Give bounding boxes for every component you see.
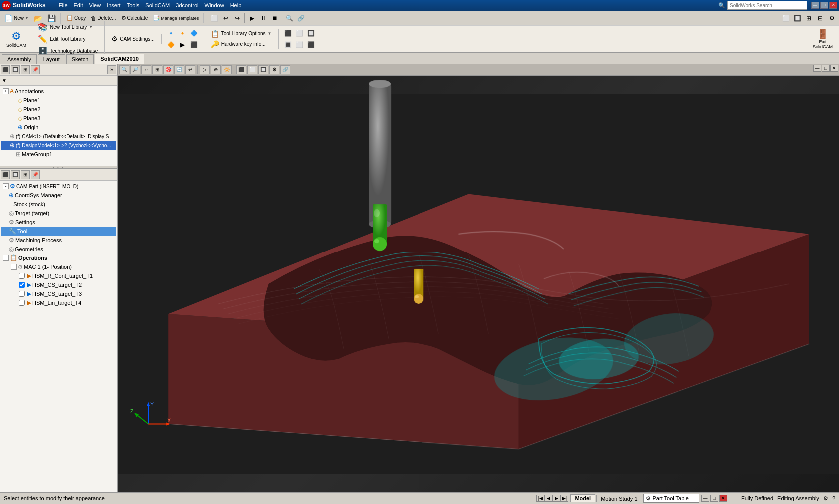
hsm-lin-t4-item[interactable]: ▶ HSM_Lin_target_T4	[1, 298, 116, 307]
exit-solidcam-button[interactable]: 🚪 Exit SolidCAM	[810, 27, 835, 51]
vp-shading-2[interactable]: ⬜	[247, 65, 257, 74]
vp-maximize[interactable]: □	[822, 65, 830, 72]
tree-item-plane1[interactable]: ◇ Plane1	[1, 96, 116, 105]
toolbar-icon-6[interactable]: ⏹	[269, 13, 280, 24]
view-icon-5[interactable]: ⚙	[826, 13, 837, 24]
op-icon-3[interactable]: 🔷	[189, 28, 200, 39]
hsm-cs-t3-checkbox[interactable]	[19, 291, 25, 297]
view-icon-2[interactable]: 🔲	[792, 13, 803, 24]
panel-btn-4[interactable]: 📌	[31, 65, 40, 74]
tool-item[interactable]: 🔧 Tool	[1, 227, 116, 236]
tab-layout[interactable]: Layout	[38, 54, 65, 64]
settings-item[interactable]: ⚙ Settings	[1, 218, 116, 227]
vp-orient-2[interactable]: ⊕	[211, 65, 221, 74]
expand-annotations[interactable]: +	[3, 88, 9, 94]
hsm-r-cont-item[interactable]: ▶ HSM_R_Cont_target_T1	[1, 271, 116, 280]
tree-item-designmodel[interactable]: ⊕ (f) DesignModel<1>->? (Vychozi<<Vycho.…	[1, 141, 116, 150]
tool-library-options-button[interactable]: 📋 Tool Library Options ▼	[208, 29, 274, 39]
machining-process-item[interactable]: ⚙ Machining Process	[1, 236, 116, 245]
vp-shading-3[interactable]: 🔲	[258, 65, 268, 74]
3d-viewport[interactable]: Y X Z	[118, 76, 839, 492]
toolbar-icon-4[interactable]: ▶	[246, 13, 257, 24]
toolbar-icon-1[interactable]: ⬜	[209, 13, 220, 24]
more-icon-3[interactable]: 🔲	[306, 28, 317, 39]
expand-mac1[interactable]: -	[11, 264, 17, 270]
menu-insert[interactable]: Insert	[104, 2, 124, 8]
new-button[interactable]: 📄 New ▼	[2, 13, 31, 24]
vp-btn-6[interactable]: 🔄	[174, 65, 184, 74]
view-icon-1[interactable]: ⬜	[780, 13, 791, 24]
op-icon-5[interactable]: ▶	[177, 39, 188, 50]
more-icon-2[interactable]: ⬜	[294, 28, 305, 39]
hsm-r-cont-checkbox[interactable]	[19, 273, 25, 279]
cam-settings-button[interactable]: ⚙ CAM Settings...	[109, 34, 157, 44]
toolbar-icon-8[interactable]: 🔗	[295, 13, 306, 24]
bottom-tab-model[interactable]: Model	[570, 494, 595, 502]
toolbar-icon-7[interactable]: 🔍	[284, 13, 295, 24]
first-page-btn[interactable]: |◀	[536, 495, 544, 502]
search-input[interactable]	[730, 3, 790, 8]
panel-btn-1[interactable]: ⬛	[1, 65, 10, 74]
solidcam-main-button[interactable]: ⚙ SolidCAM	[4, 28, 29, 49]
tree-item-cam1[interactable]: ⊕ (f) CAM<1> (Default<<Default>_Display …	[1, 132, 116, 141]
geometries-item[interactable]: ◎ Geometries	[1, 245, 116, 253]
menu-window[interactable]: Window	[202, 2, 227, 8]
toolbar-icon-2[interactable]: ↩	[220, 13, 231, 24]
expand-panel-btn[interactable]: »	[107, 65, 116, 74]
mac1-item[interactable]: - ⚙ MAC 1 (1- Position)	[1, 262, 116, 271]
lower-btn-1[interactable]: ⬛	[1, 170, 10, 179]
tree-item-origin[interactable]: ⊕ Origin	[1, 123, 116, 132]
close-button[interactable]: ✕	[829, 2, 837, 9]
lower-btn-3[interactable]: ⊞	[21, 170, 30, 179]
new-tool-library-button[interactable]: 📚 New Tool Library ▼	[35, 21, 100, 33]
more-icon-5[interactable]: ⬜	[294, 39, 305, 50]
lower-btn-2[interactable]: 🔲	[11, 170, 20, 179]
op-icon-4[interactable]: 🔶	[166, 39, 177, 50]
vp-btn-5[interactable]: 🎯	[163, 65, 173, 74]
menu-view[interactable]: View	[86, 2, 104, 8]
sb-minimize[interactable]: —	[701, 495, 709, 502]
sb-close[interactable]: ✕	[719, 495, 727, 502]
manage-templates-button[interactable]: 📑 Manage Templates	[150, 13, 201, 23]
tree-item-mategroup1[interactable]: ⊞ MateGroup1	[1, 150, 116, 159]
stock-item[interactable]: □ Stock (stock)	[1, 200, 116, 209]
restore-button[interactable]: □	[820, 2, 828, 9]
menu-solidcam[interactable]: SolidCAM	[142, 2, 173, 8]
tree-item-plane2[interactable]: ◇ Plane2	[1, 105, 116, 114]
expand-operations[interactable]: -	[3, 255, 9, 261]
next-page-btn[interactable]: ▶	[552, 495, 560, 502]
panel-btn-2[interactable]: 🔲	[11, 65, 20, 74]
sb-restore[interactable]: □	[710, 495, 718, 502]
hsm-cs-t2-item[interactable]: ▶ HSM_CS_target_T2	[1, 280, 116, 289]
tree-item-plane3[interactable]: ◇ Plane3	[1, 114, 116, 123]
op-icon-2[interactable]: 🔸	[177, 28, 188, 39]
tab-assembly[interactable]: Assembly	[2, 54, 37, 64]
vp-btn-3[interactable]: ↔	[141, 65, 151, 74]
operations-item[interactable]: - 📋 Operations	[1, 253, 116, 262]
new-dropdown-arrow[interactable]: ▼	[25, 16, 29, 20]
lower-btn-4[interactable]: 📌	[31, 170, 40, 179]
vp-orient-1[interactable]: ▷	[200, 65, 210, 74]
more-icon-6[interactable]: ⬛	[306, 39, 317, 50]
hsm-cs-t2-checkbox[interactable]	[19, 282, 25, 288]
minimize-button[interactable]: —	[811, 2, 819, 9]
cam-part-root[interactable]: - ⚙ CAM-Part (INSERT_MOLD)	[1, 182, 116, 191]
toolbar-icon-3[interactable]: ↪	[232, 13, 243, 24]
menu-3dcontrol[interactable]: 3dcontrol	[173, 2, 201, 8]
tab-solidcam2010[interactable]: SolidCAM2010	[95, 54, 144, 64]
tab-sketch[interactable]: Sketch	[66, 54, 94, 64]
view-icon-4[interactable]: ⊟	[815, 13, 826, 24]
bottom-tab-motion-study[interactable]: Motion Study 1	[596, 495, 642, 502]
vp-orient-3[interactable]: 🔆	[222, 65, 232, 74]
op-icon-6[interactable]: ⬛	[189, 39, 200, 50]
edit-tool-library-button[interactable]: ✏️ Edit Tool Library	[35, 33, 100, 45]
op-icon-1[interactable]: 🔹	[166, 28, 177, 39]
vp-minimize[interactable]: —	[813, 65, 821, 72]
hardware-key-info-button[interactable]: 🔑 Hardware key info...	[208, 39, 274, 49]
prev-page-btn[interactable]: ◀	[544, 495, 552, 502]
new-tool-library-arrow[interactable]: ▼	[89, 25, 93, 29]
panel-btn-3[interactable]: ⊞	[21, 65, 30, 74]
hsm-lin-t4-checkbox[interactable]	[19, 300, 25, 306]
vp-shading-1[interactable]: ⬛	[236, 65, 246, 74]
hsm-cs-t3-item[interactable]: ▶ HSM_CS_target_T3	[1, 289, 116, 298]
